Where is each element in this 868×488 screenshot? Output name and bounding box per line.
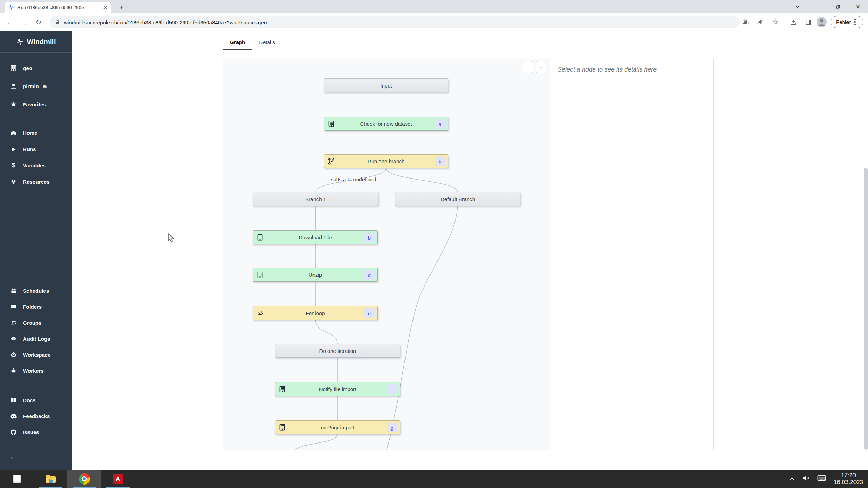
sidebar-item-issues[interactable]: Issues	[0, 424, 72, 440]
restore-button[interactable]	[828, 0, 848, 13]
sidebar-item-groups[interactable]: Groups	[0, 315, 72, 331]
flow-graph-canvas[interactable]: + - Input Check for new dataset a	[223, 59, 550, 450]
windows-taskbar: A 17:20 16.03.2023	[0, 470, 868, 488]
superadmin-crown-icon	[42, 84, 47, 89]
tab-details[interactable]: Details	[252, 35, 282, 50]
node-label: Download File	[299, 234, 332, 240]
sidebar: Windmill geo pirmin ★ Favorites	[0, 31, 72, 470]
flow-node-notify-file-import[interactable]: Notify file import f	[275, 382, 400, 396]
acrobat-taskbar-button[interactable]: A	[101, 470, 135, 488]
zoom-in-button[interactable]: +	[523, 61, 533, 73]
share-icon[interactable]	[755, 17, 766, 27]
windmill-brand[interactable]: Windmill	[0, 31, 72, 53]
sidebar-item-favorites[interactable]: ★ Favorites	[0, 95, 72, 113]
node-label: Do one iteration	[319, 348, 356, 354]
back-button[interactable]: ←	[5, 17, 16, 27]
translate-icon[interactable]	[740, 17, 751, 27]
flow-node-input[interactable]: Input	[324, 78, 448, 92]
sidebar-item-variables[interactable]: $ Variables	[0, 157, 72, 174]
sidebar-item-runs[interactable]: Runs	[0, 141, 72, 157]
minimize-button[interactable]	[808, 0, 828, 13]
node-label: Run one branch	[368, 158, 405, 164]
node-label: Notify file import	[319, 386, 357, 392]
node-details-panel: Select a node to see its details here	[550, 59, 713, 450]
sidebar-item-user[interactable]: pirmin	[0, 77, 72, 95]
nav-label: Docs	[23, 397, 36, 403]
side-panel-icon[interactable]	[803, 17, 813, 27]
sidebar-item-workers[interactable]: Workers	[0, 363, 72, 379]
forward-button[interactable]: →	[19, 17, 30, 27]
script-icon	[257, 271, 264, 280]
file-explorer-taskbar-button[interactable]	[34, 470, 67, 488]
error-menu-button[interactable]: Fehler •••	[831, 16, 863, 28]
sidebar-item-feedbacks[interactable]: Feedbacks	[0, 408, 72, 424]
node-label: For loop	[306, 310, 325, 316]
browser-toolbar: ← → ↻ windmill.sourcepole.ch/run/0186eb3…	[0, 13, 868, 31]
flow-node-branch-1[interactable]: Branch 1	[253, 192, 378, 206]
node-id-badge: f	[387, 384, 397, 394]
node-label: Unzip	[309, 272, 322, 278]
collapse-sidebar-button[interactable]: ←	[0, 448, 72, 465]
zoom-out-button[interactable]: -	[536, 61, 546, 73]
flow-node-do-one-iteration[interactable]: Do one iteration	[275, 344, 400, 358]
volume-icon[interactable]	[802, 475, 810, 483]
nav-label: Issues	[23, 429, 39, 435]
tab-close-icon[interactable]: ✕	[103, 5, 108, 10]
flow-node-download-file[interactable]: Download File b	[253, 230, 378, 244]
start-button[interactable]	[0, 470, 34, 488]
main-content: Graph Details	[72, 31, 868, 470]
windmill-favicon	[8, 5, 14, 10]
bookmark-star-icon[interactable]: ☆	[770, 17, 781, 27]
sidebar-item-workspace-geo[interactable]: geo	[0, 59, 72, 77]
keyboard-icon[interactable]	[817, 475, 826, 483]
tab-search-chevron-icon[interactable]	[787, 0, 808, 13]
node-id-badge: e	[364, 308, 375, 318]
node-label: ogr2ogr import	[321, 424, 355, 430]
flow-node-for-loop[interactable]: For loop e	[253, 306, 378, 320]
node-id-badge: a	[435, 119, 445, 129]
chrome-taskbar-button[interactable]	[67, 470, 101, 488]
script-icon	[279, 386, 286, 394]
sidebar-item-resources[interactable]: Resources	[0, 174, 72, 190]
flow-node-default-branch[interactable]: Default Branch	[395, 192, 520, 206]
robot-icon	[10, 367, 17, 374]
favorites-label: Favorites	[23, 101, 46, 107]
flow-node-ogr2ogr-import[interactable]: ogr2ogr import g	[275, 420, 400, 434]
sidebar-item-home[interactable]: Home	[0, 125, 72, 141]
profile-avatar[interactable]	[817, 17, 827, 27]
page-scrollbar[interactable]	[864, 168, 868, 450]
url-text: windmill.sourcepole.ch/run/0186eb38-c86b…	[64, 19, 267, 25]
tab-graph[interactable]: Graph	[223, 35, 252, 50]
flow-node-run-one-branch[interactable]: Run one branch h	[324, 154, 448, 168]
address-bar[interactable]: windmill.sourcepole.ch/run/0186eb38-c86b…	[50, 16, 740, 28]
browser-tab[interactable]: Run 0186eb38-c86b-d590-290e- ✕	[5, 2, 111, 13]
nav-label: Schedules	[23, 288, 49, 294]
sidebar-item-folders[interactable]: Folders	[0, 299, 72, 315]
nav-label: Workers	[23, 368, 44, 374]
sidebar-item-docs[interactable]: Docs	[0, 392, 72, 408]
sidebar-item-workspace-settings[interactable]: ⚙ Workspace	[0, 347, 72, 363]
taskbar-clock[interactable]: 17:20 16.03.2023	[834, 472, 863, 486]
flow-node-check-for-new-dataset[interactable]: Check for new dataset a	[324, 117, 448, 131]
user-label: pirmin	[23, 83, 39, 89]
reload-button[interactable]: ↻	[33, 17, 44, 27]
flow-node-unzip[interactable]: Unzip d	[253, 268, 378, 282]
hidden-icons-chevron[interactable]	[790, 476, 795, 482]
nav-label: Workspace	[23, 352, 51, 358]
gear-icon: ⚙	[10, 351, 17, 359]
sidebar-item-audit-logs[interactable]: Audit Logs	[0, 331, 72, 347]
brand-label: Windmill	[27, 38, 56, 46]
new-tab-button[interactable]: +	[117, 2, 126, 12]
node-label: Default Branch	[441, 196, 475, 202]
acrobat-reader-icon: A	[113, 474, 123, 484]
node-label: Check for new dataset	[360, 121, 412, 127]
nav-label: Runs	[23, 146, 36, 152]
node-label: Input	[380, 83, 392, 89]
close-window-button[interactable]: ×	[848, 0, 868, 13]
home-icon	[10, 130, 17, 136]
download-icon[interactable]	[788, 17, 799, 27]
script-icon	[279, 424, 286, 432]
calendar-icon	[10, 288, 17, 294]
book-icon	[10, 397, 17, 403]
sidebar-item-schedules[interactable]: Schedules	[0, 283, 72, 299]
